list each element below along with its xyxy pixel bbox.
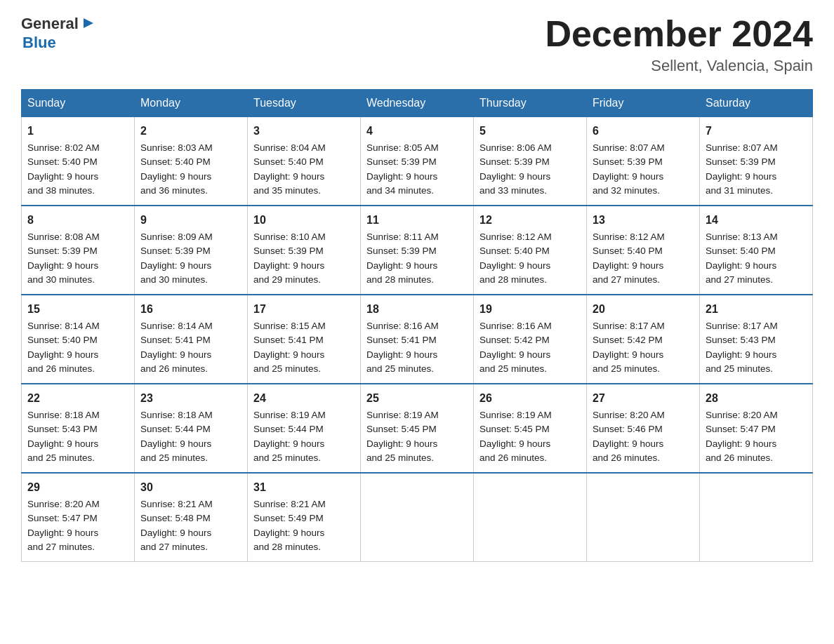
daylight-label: Daylight: 9 hours: [27, 349, 98, 360]
header-monday: Monday: [135, 90, 248, 117]
daylight-label: Daylight: 9 hours: [593, 260, 663, 271]
day-number: 1: [27, 123, 128, 140]
daylight-minutes: and 27 minutes.: [706, 274, 773, 285]
daylight-minutes: and 35 minutes.: [253, 185, 321, 196]
daylight-minutes: and 28 minutes.: [253, 542, 321, 552]
header-sunday: Sunday: [22, 90, 135, 117]
daylight-minutes: and 26 minutes.: [593, 452, 660, 463]
day-number: 3: [253, 123, 355, 140]
sunrise-label: Sunrise: 8:19 AM: [366, 410, 439, 420]
day-cell-15: 15Sunrise: 8:14 AMSunset: 5:40 PMDayligh…: [22, 295, 135, 384]
daylight-minutes: and 27 minutes.: [140, 542, 208, 552]
logo-arrow-icon: [81, 15, 96, 31]
day-number: 23: [140, 390, 241, 407]
sunrise-label: Sunrise: 8:19 AM: [253, 410, 326, 420]
sunset-label: Sunset: 5:49 PM: [253, 513, 324, 523]
sunrise-label: Sunrise: 8:12 AM: [479, 232, 552, 242]
daylight-minutes: and 36 minutes.: [140, 185, 208, 196]
sunrise-label: Sunrise: 8:07 AM: [593, 142, 665, 153]
daylight-label: Daylight: 9 hours: [27, 438, 98, 449]
daylight-label: Daylight: 9 hours: [27, 171, 98, 182]
day-cell-26: 26Sunrise: 8:19 AMSunset: 5:45 PMDayligh…: [474, 384, 587, 473]
week-row-1: 1Sunrise: 8:02 AMSunset: 5:40 PMDaylight…: [22, 117, 813, 206]
day-cell-25: 25Sunrise: 8:19 AMSunset: 5:45 PMDayligh…: [361, 384, 474, 473]
daylight-minutes: and 34 minutes.: [366, 185, 434, 196]
week-row-3: 15Sunrise: 8:14 AMSunset: 5:40 PMDayligh…: [22, 295, 813, 384]
daylight-label: Daylight: 9 hours: [253, 171, 324, 182]
sunset-label: Sunset: 5:39 PM: [140, 246, 211, 256]
sunrise-label: Sunrise: 8:05 AM: [366, 142, 439, 153]
day-cell-13: 13Sunrise: 8:12 AMSunset: 5:40 PMDayligh…: [587, 206, 700, 295]
sunrise-label: Sunrise: 8:17 AM: [706, 321, 778, 331]
day-number: 4: [366, 123, 468, 140]
day-cell-9: 9Sunrise: 8:09 AMSunset: 5:39 PMDaylight…: [135, 206, 248, 295]
svg-marker-0: [84, 18, 93, 28]
week-row-5: 29Sunrise: 8:20 AMSunset: 5:47 PMDayligh…: [22, 473, 813, 562]
day-number: 13: [593, 212, 694, 229]
day-number: 28: [706, 390, 807, 407]
daylight-minutes: and 26 minutes.: [706, 452, 773, 463]
day-number: 22: [27, 390, 128, 407]
week-row-2: 8Sunrise: 8:08 AMSunset: 5:39 PMDaylight…: [22, 206, 813, 295]
daylight-minutes: and 25 minutes.: [366, 452, 434, 463]
daylight-minutes: and 25 minutes.: [140, 452, 208, 463]
daylight-minutes: and 25 minutes.: [593, 363, 660, 374]
daylight-minutes: and 30 minutes.: [27, 274, 95, 285]
location: Sellent, Valencia, Spain: [545, 57, 813, 75]
sunrise-label: Sunrise: 8:20 AM: [706, 410, 778, 420]
header-saturday: Saturday: [700, 90, 813, 117]
day-cell-29: 29Sunrise: 8:20 AMSunset: 5:47 PMDayligh…: [22, 473, 135, 562]
daylight-minutes: and 38 minutes.: [27, 185, 95, 196]
day-number: 17: [253, 301, 355, 318]
day-number: 26: [479, 390, 581, 407]
day-cell-4: 4Sunrise: 8:05 AMSunset: 5:39 PMDaylight…: [361, 117, 474, 206]
empty-cell: [587, 473, 700, 562]
day-cell-27: 27Sunrise: 8:20 AMSunset: 5:46 PMDayligh…: [587, 384, 700, 473]
sunrise-label: Sunrise: 8:15 AM: [253, 321, 326, 331]
day-number: 14: [706, 212, 807, 229]
day-cell-24: 24Sunrise: 8:19 AMSunset: 5:44 PMDayligh…: [248, 384, 361, 473]
day-cell-14: 14Sunrise: 8:13 AMSunset: 5:40 PMDayligh…: [700, 206, 813, 295]
sunrise-label: Sunrise: 8:20 AM: [593, 410, 665, 420]
daylight-label: Daylight: 9 hours: [593, 349, 663, 360]
day-cell-22: 22Sunrise: 8:18 AMSunset: 5:43 PMDayligh…: [22, 384, 135, 473]
day-cell-17: 17Sunrise: 8:15 AMSunset: 5:41 PMDayligh…: [248, 295, 361, 384]
daylight-label: Daylight: 9 hours: [479, 260, 550, 271]
daylight-minutes: and 25 minutes.: [479, 363, 547, 374]
daylight-minutes: and 25 minutes.: [253, 452, 321, 463]
daylight-minutes: and 26 minutes.: [479, 452, 547, 463]
sunset-label: Sunset: 5:42 PM: [479, 335, 550, 345]
day-number: 30: [140, 479, 241, 496]
day-cell-8: 8Sunrise: 8:08 AMSunset: 5:39 PMDaylight…: [22, 206, 135, 295]
daylight-minutes: and 29 minutes.: [253, 274, 321, 285]
daylight-label: Daylight: 9 hours: [479, 349, 550, 360]
day-cell-31: 31Sunrise: 8:21 AMSunset: 5:49 PMDayligh…: [248, 473, 361, 562]
title-block: December 2024 Sellent, Valencia, Spain: [545, 14, 813, 75]
month-title: December 2024: [545, 14, 813, 54]
sunset-label: Sunset: 5:47 PM: [706, 424, 776, 434]
sunset-label: Sunset: 5:39 PM: [366, 156, 437, 167]
sunrise-label: Sunrise: 8:12 AM: [593, 232, 665, 242]
day-number: 12: [479, 212, 581, 229]
sunset-label: Sunset: 5:41 PM: [366, 335, 437, 345]
daylight-label: Daylight: 9 hours: [253, 260, 324, 271]
day-number: 19: [479, 301, 581, 318]
day-cell-2: 2Sunrise: 8:03 AMSunset: 5:40 PMDaylight…: [135, 117, 248, 206]
daylight-label: Daylight: 9 hours: [593, 171, 663, 182]
sunrise-label: Sunrise: 8:07 AM: [706, 142, 778, 153]
sunrise-label: Sunrise: 8:16 AM: [366, 321, 439, 331]
day-number: 24: [253, 390, 355, 407]
daylight-label: Daylight: 9 hours: [27, 528, 98, 538]
daylight-label: Daylight: 9 hours: [366, 349, 437, 360]
sunrise-label: Sunrise: 8:18 AM: [140, 410, 213, 420]
daylight-label: Daylight: 9 hours: [253, 349, 324, 360]
sunrise-label: Sunrise: 8:13 AM: [706, 232, 778, 242]
empty-cell: [474, 473, 587, 562]
sunset-label: Sunset: 5:39 PM: [27, 246, 98, 256]
daylight-label: Daylight: 9 hours: [253, 438, 324, 449]
day-number: 18: [366, 301, 468, 318]
daylight-minutes: and 26 minutes.: [27, 363, 95, 374]
logo: General Blue: [21, 14, 96, 52]
day-number: 6: [593, 123, 694, 140]
day-cell-19: 19Sunrise: 8:16 AMSunset: 5:42 PMDayligh…: [474, 295, 587, 384]
